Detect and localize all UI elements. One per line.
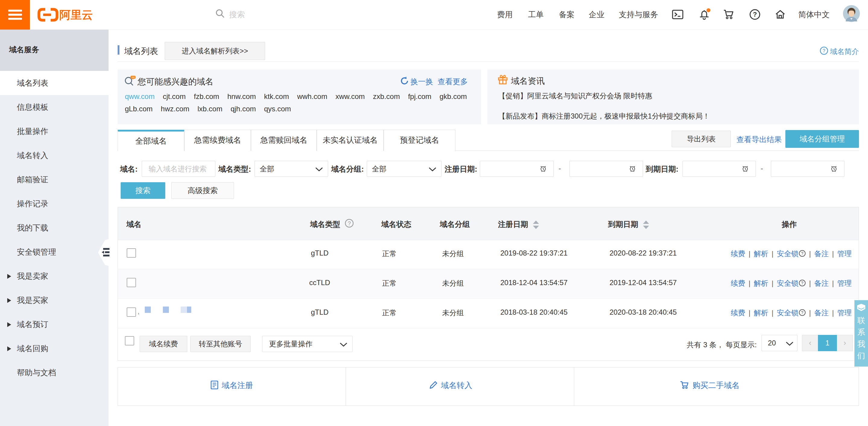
svg-text:?: ?	[801, 251, 803, 256]
svg-text:?: ?	[801, 281, 803, 285]
svg-text:?: ?	[801, 310, 803, 315]
svg-text:?: ?	[823, 48, 826, 53]
svg-text:?: ?	[348, 220, 351, 226]
svg-text:?: ?	[753, 10, 757, 18]
